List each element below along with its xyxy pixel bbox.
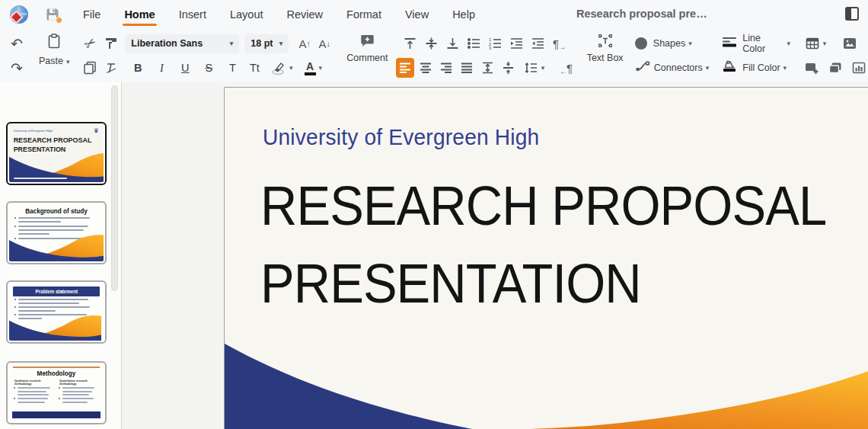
slide-title-text[interactable]: RESEARCH PROPOSAL PRESENTATION (260, 167, 826, 322)
thumb4-col2-heading: Quantitative research methodology (59, 379, 98, 386)
increase-indent-button[interactable] (507, 34, 525, 53)
thumb1-footer-text-line (14, 178, 67, 179)
line-color-caret-icon[interactable]: ▾ (787, 40, 790, 47)
insert-table-button[interactable]: ▾ (803, 34, 828, 53)
change-case-button[interactable]: Tt (245, 58, 263, 78)
copy-button[interactable] (81, 58, 99, 78)
table-caret-icon[interactable]: ▾ (823, 40, 827, 47)
app-logo-icon (10, 5, 28, 24)
clear-format-button[interactable] (102, 58, 120, 78)
menu-review[interactable]: Review (285, 2, 324, 27)
slide-canvas[interactable]: University of Evergreen High RESEARCH PR… (224, 87, 868, 429)
align-bottom-button[interactable] (443, 34, 461, 53)
fill-color-icon (721, 59, 738, 76)
app-window: File Home Insert Layout Review Format Vi… (0, 0, 868, 429)
slide-kicker-text[interactable]: University of Evergreen High (263, 125, 539, 150)
numbered-list-button[interactable]: 1 2 3 (486, 34, 504, 53)
bullet-list-button[interactable] (464, 34, 483, 53)
connectors-caret-icon[interactable]: ▾ (706, 64, 710, 72)
decrease-indent-button[interactable] (528, 34, 547, 53)
cut-button[interactable]: ✂ (81, 34, 99, 53)
menu-file[interactable]: File (81, 2, 102, 27)
slide-thumbnail-3[interactable]: Problem statement (6, 280, 107, 344)
slide-thumbnail-4[interactable]: Methodology Qualitative research methodo… (6, 361, 107, 424)
unsaved-indicator (56, 17, 62, 24)
menu-layout[interactable]: Layout (228, 2, 265, 27)
decrease-font-button[interactable]: A↓ (315, 34, 333, 53)
redo-button[interactable]: ↷ (8, 58, 26, 78)
content-area: University of Evergreen High ♛ RESEARCH … (0, 82, 868, 429)
bold-button[interactable]: B (128, 58, 148, 78)
font-color-caret-icon[interactable]: ▾ (319, 64, 323, 72)
thumb3-wave-graphic (9, 313, 101, 341)
clipboard-icon (46, 33, 62, 53)
underline-button[interactable]: U (175, 58, 195, 78)
shapes-caret-icon[interactable]: ▾ (688, 40, 692, 47)
save-button[interactable] (45, 7, 60, 22)
menu-view[interactable]: View (404, 2, 430, 27)
line-color-button[interactable]: Line Color ▾ (721, 32, 790, 55)
paste-caret-icon[interactable]: ▾ (66, 58, 70, 66)
font-family-value: Liberation Sans (131, 38, 203, 49)
align-vertical-center-button[interactable] (422, 34, 440, 53)
shape-circle-icon (635, 37, 647, 50)
fill-color-caret-icon[interactable]: ▾ (783, 64, 787, 72)
new-slide-button[interactable] (803, 58, 821, 78)
justify-button[interactable] (458, 58, 476, 78)
slide-title-line1: RESEARCH PROPOSAL (260, 167, 826, 245)
undo-button[interactable]: ↶ (8, 34, 26, 53)
align-top-button[interactable] (400, 34, 419, 53)
shapes-button[interactable]: Shapes ▾ (635, 32, 709, 55)
line-color-label: Line Color (742, 33, 783, 54)
slide-thumbnail-2[interactable]: Background of study (6, 201, 107, 264)
font-size-select[interactable]: 18 pt ▾ (244, 34, 289, 53)
menu-insert[interactable]: Insert (177, 2, 208, 27)
thumb4-col1-heading: Qualitative research methodology (14, 379, 53, 386)
menu-help[interactable]: Help (451, 2, 477, 27)
highlight-color-button[interactable]: ▾ (269, 58, 295, 78)
thumb1-university-text: University of Evergreen High (14, 129, 53, 133)
slide-thumbnail-1[interactable]: University of Evergreen High ♛ RESEARCH … (6, 122, 107, 185)
thumb2-title: Background of study (11, 204, 101, 215)
format-painter-button[interactable] (102, 34, 120, 53)
svg-text:3: 3 (489, 46, 492, 50)
crown-logo-icon: ♛ (94, 128, 99, 134)
insert-image-button[interactable] (841, 34, 859, 53)
text-box-label: Text Box (587, 53, 624, 63)
font-family-select[interactable]: Liberation Sans ▾ (125, 34, 239, 53)
menu-home[interactable]: Home (123, 2, 156, 27)
increase-font-button[interactable]: A↑ (295, 34, 314, 53)
highlight-caret-icon[interactable]: ▾ (289, 64, 293, 72)
font-color-button[interactable]: A ▾ (299, 58, 327, 78)
distribute-vertical-button[interactable] (499, 58, 517, 78)
left-to-right-paragraph-button[interactable]: ¶→ (550, 34, 568, 53)
sidebar-toggle-icon[interactable] (845, 7, 859, 21)
line-spacing-button[interactable]: ▾ (519, 58, 548, 78)
align-right-button[interactable] (437, 58, 455, 78)
connectors-button[interactable]: Connectors ▾ (635, 56, 709, 79)
align-left-button[interactable] (396, 58, 414, 78)
line-spacing-caret-icon[interactable]: ▾ (541, 64, 545, 72)
duplicate-slide-button[interactable] (826, 58, 844, 78)
thumb3-title-banner: Problem statement (13, 287, 100, 296)
menu-format[interactable]: Format (345, 2, 383, 27)
align-center-button[interactable] (416, 58, 435, 78)
italic-button[interactable]: I (152, 58, 171, 78)
panel-divider (121, 82, 122, 429)
uppercase-button[interactable]: T (222, 58, 242, 78)
connectors-label: Connectors (654, 62, 703, 73)
thumb4-columns: Qualitative research methodology Quantit… (9, 377, 104, 405)
right-to-left-paragraph-button[interactable]: ←¶ (557, 58, 575, 78)
thumbnail-scrollbar[interactable] (111, 85, 118, 291)
line-height-button[interactable] (478, 58, 496, 78)
toolbar: ↶ ↷ Paste▾ ✂ (0, 29, 868, 82)
strikethrough-button[interactable]: S (199, 58, 219, 78)
comment-icon (359, 33, 375, 52)
insert-chart-button[interactable] (850, 58, 868, 78)
fill-color-button[interactable]: Fill Color ▾ (721, 56, 790, 79)
menu-bar: File Home Insert Layout Review Format Vi… (0, 0, 868, 29)
paste-button[interactable]: Paste▾ (34, 29, 75, 67)
text-box-button[interactable]: Text Box (584, 29, 625, 63)
comment-button[interactable]: Comment (344, 29, 390, 63)
line-color-icon (721, 35, 738, 52)
